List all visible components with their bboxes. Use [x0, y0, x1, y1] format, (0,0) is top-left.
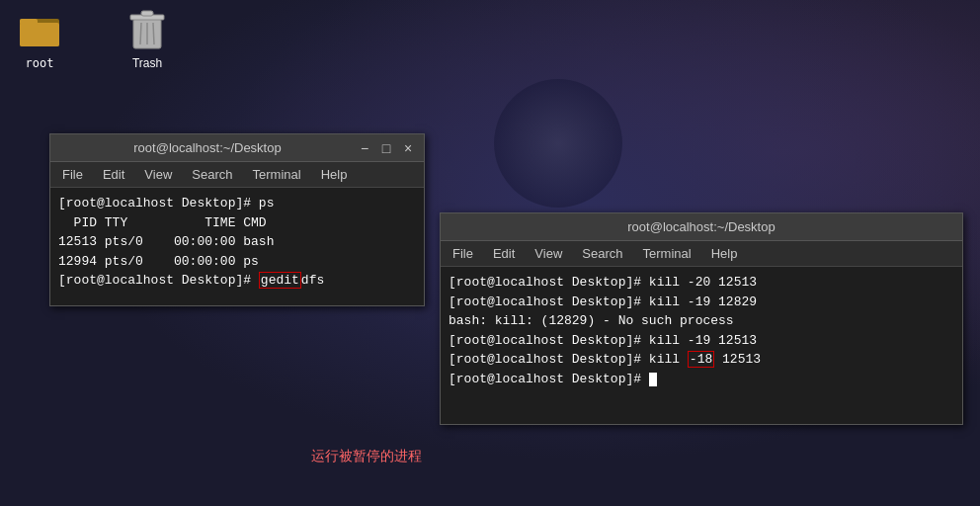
terminal-1-titlebar: root@localhost:~/Desktop − □ × [50, 134, 424, 162]
svg-rect-2 [20, 19, 38, 25]
terminal-2-menu-edit[interactable]: Edit [485, 244, 523, 263]
terminal-2-menu-terminal[interactable]: Terminal [635, 244, 699, 263]
terminal-2-menu-help[interactable]: Help [703, 244, 746, 263]
terminal-1-menu-view[interactable]: View [136, 165, 180, 184]
terminal-1-controls: − □ × [357, 140, 416, 156]
svg-line-8 [153, 23, 154, 44]
svg-rect-1 [20, 23, 59, 46]
terminal-1-menu-terminal[interactable]: Terminal [245, 165, 309, 184]
terminal-window-1: root@localhost:~/Desktop − □ × File Edit… [49, 133, 425, 306]
terminal-1-content[interactable]: [root@localhost Desktop]# ps PID TTY TIM… [50, 188, 424, 305]
terminal-1-title: root@localhost:~/Desktop [58, 140, 357, 155]
terminal-1-menu-file[interactable]: File [54, 165, 91, 184]
terminal-2-title: root@localhost:~/Desktop [449, 219, 954, 234]
trash-icon [123, 5, 171, 52]
terminal-2-output: [root@localhost Desktop]# kill -20 12513… [449, 273, 954, 388]
trash-label: Trash [132, 56, 162, 70]
gedit-highlight: gedit [259, 272, 301, 289]
root-folder-icon [16, 5, 63, 52]
terminal-2-menu-view[interactable]: View [527, 244, 570, 263]
svg-line-6 [140, 23, 141, 44]
terminal-2-menubar: File Edit View Search Terminal Help [441, 241, 962, 267]
terminal-1-menu-search[interactable]: Search [184, 165, 240, 184]
terminal-2-content[interactable]: [root@localhost Desktop]# kill -20 12513… [441, 267, 962, 424]
terminal-1-menu-edit[interactable]: Edit [95, 165, 132, 184]
terminal-1-output: [root@localhost Desktop]# ps PID TTY TIM… [58, 194, 416, 291]
terminal-2-titlebar: root@localhost:~/Desktop [441, 213, 962, 241]
annotation-label: 运行被暂停的进程 [311, 448, 422, 465]
terminal-window-2: root@localhost:~/Desktop File Edit View … [440, 212, 963, 425]
kill-18-highlight: -18 [688, 351, 714, 368]
svg-rect-5 [141, 11, 153, 16]
terminal-2-menu-file[interactable]: File [445, 244, 481, 263]
cursor [649, 373, 657, 386]
terminal-1-menu-help[interactable]: Help [313, 165, 356, 184]
root-icon[interactable]: root [0, 5, 79, 70]
trash-icon-container[interactable]: Trash [108, 5, 187, 70]
terminal-1-maximize[interactable]: □ [378, 140, 394, 156]
root-label: root [26, 56, 54, 70]
terminal-2-menu-search[interactable]: Search [574, 244, 630, 263]
terminal-1-menubar: File Edit View Search Terminal Help [50, 162, 424, 188]
terminal-1-close[interactable]: × [400, 140, 416, 156]
terminal-1-minimize[interactable]: − [357, 140, 372, 156]
